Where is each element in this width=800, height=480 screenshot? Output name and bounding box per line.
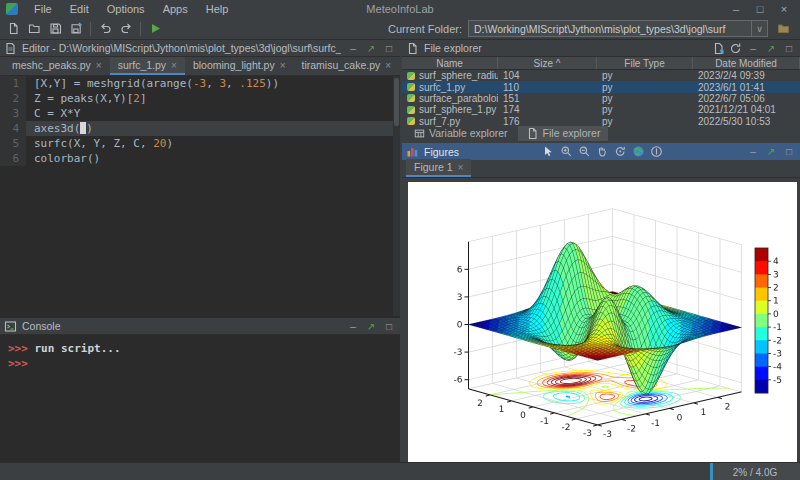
- file-row-surfc_1.py[interactable]: surfc_1.py110py2023/6/1 01:41: [402, 81, 800, 92]
- file-table-rows: surf_sphere_radius.py104py2023/2/4 09:39…: [402, 70, 800, 127]
- file-row-surf_sphere_1.py[interactable]: surf_sphere_1.py174py2021/12/21 04:01: [402, 104, 800, 115]
- editor-panel: Editor - D:\Working\MIScript\Jython\mis\…: [0, 40, 400, 316]
- editor-maximize-icon[interactable]: □: [382, 43, 396, 54]
- browse-folder-button[interactable]: [774, 20, 792, 38]
- code-line-3[interactable]: 3C = X*Y: [0, 106, 400, 121]
- console-maximize-icon[interactable]: □: [382, 321, 396, 332]
- file-explorer-tab-icon: [526, 127, 539, 140]
- open-folder-icon[interactable]: [25, 20, 43, 38]
- figures-tab-bar: Figure 1 ×: [402, 160, 800, 178]
- toolbar-icons: [0, 20, 168, 38]
- console-line: >>>: [8, 356, 400, 371]
- save-as-icon[interactable]: [67, 20, 85, 38]
- current-folder-value[interactable]: D:\Working\MIScript\Jython\mis\plot_type…: [469, 23, 751, 35]
- globe-icon[interactable]: [632, 145, 645, 158]
- memory-bar: [710, 463, 713, 480]
- zoom-in-icon[interactable]: [560, 145, 573, 158]
- code-editor[interactable]: 1[X,Y] = meshgrid(arange(-3, 3, .125))2Z…: [0, 76, 400, 316]
- editor-scrollbar[interactable]: [393, 76, 400, 316]
- menu-help[interactable]: Help: [198, 2, 237, 16]
- undo-icon[interactable]: [96, 20, 114, 38]
- console-output[interactable]: >>> run script...>>>: [0, 335, 400, 371]
- run-icon[interactable]: [146, 20, 164, 38]
- redo-icon[interactable]: [117, 20, 135, 38]
- editor-tab-meshc_peaks-py[interactable]: meshc_peaks.py×: [4, 57, 110, 75]
- code-line-6[interactable]: 6colorbar(): [0, 151, 400, 166]
- editor-tab-blooming_light-py[interactable]: blooming_light.py×: [185, 57, 294, 75]
- file-table-header[interactable]: NameSize ^File TypeDate Modified: [402, 57, 800, 70]
- tab-close-icon[interactable]: ×: [171, 60, 177, 71]
- tab-close-icon[interactable]: ×: [385, 60, 391, 71]
- code-line-1[interactable]: 1[X,Y] = meshgrid(arange(-3, 3, .125)): [0, 76, 400, 91]
- column-header-name[interactable]: Name: [402, 57, 498, 69]
- menu-bar: FileEditOptionsAppsHelp: [26, 2, 236, 16]
- file-explorer-maximize-icon[interactable]: □: [782, 43, 796, 54]
- line-number: 6: [0, 151, 26, 166]
- rotate-icon[interactable]: [614, 145, 627, 158]
- file-explorer-title: File explorer: [424, 42, 482, 54]
- line-number: 1: [0, 76, 26, 91]
- surfc-3d-plot[interactable]: [408, 182, 797, 462]
- line-number: 3: [0, 106, 26, 121]
- menu-apps[interactable]: Apps: [155, 2, 196, 16]
- current-folder-combo[interactable]: D:\Working\MIScript\Jython\mis\plot_type…: [468, 20, 768, 37]
- tab-figure-1[interactable]: Figure 1 ×: [406, 159, 471, 177]
- code-line-2[interactable]: 2Z = peaks(X,Y)[2]: [0, 91, 400, 106]
- code-line-5[interactable]: 5surfc(X, Y, Z, C, 20): [0, 136, 400, 151]
- app-logo-icon: [6, 3, 18, 15]
- file-row-surface_paraboloid.py[interactable]: surface_paraboloid.py151py2022/6/7 05:06: [402, 93, 800, 104]
- column-header-size[interactable]: Size ^: [498, 57, 597, 69]
- memory-indicator: 2% / 4.0G: [710, 463, 800, 480]
- editor-minimize-icon[interactable]: –: [346, 43, 360, 54]
- console-minimize-icon[interactable]: –: [346, 321, 360, 332]
- line-number: 2: [0, 91, 26, 106]
- window-close-button[interactable]: ×: [772, 3, 796, 15]
- figures-minimize-icon[interactable]: –: [746, 146, 760, 157]
- figures-toolbar: [542, 145, 663, 158]
- menu-edit[interactable]: Edit: [62, 2, 97, 16]
- window-minimize-button[interactable]: –: [724, 3, 748, 15]
- save-icon[interactable]: [46, 20, 64, 38]
- identify-icon[interactable]: [650, 145, 663, 158]
- editor-float-icon[interactable]: ↗: [364, 43, 378, 54]
- console-panel-header: Console – ↗ □: [0, 318, 400, 335]
- console-float-icon[interactable]: ↗: [364, 321, 378, 332]
- editor-tab-bar: meshc_peaks.py×surfc_1.py×blooming_light…: [0, 57, 400, 76]
- explorer-bottom-tabs: Variable explorerFile explorer: [402, 125, 608, 141]
- column-header-file-type[interactable]: File Type: [597, 57, 693, 69]
- tab-close-icon[interactable]: ×: [96, 60, 102, 71]
- menu-options[interactable]: Options: [99, 2, 153, 16]
- zoom-out-icon[interactable]: [578, 145, 591, 158]
- left-pane: Editor - D:\Working\MIScript\Jython\mis\…: [0, 40, 400, 462]
- tab-label: surfc_1.py: [118, 59, 166, 71]
- file-explorer-float-icon[interactable]: ↗: [764, 43, 778, 54]
- figures-maximize-icon[interactable]: □: [782, 146, 796, 157]
- editor-tab-tiramisu_cake-py[interactable]: tiramisu_cake.py×: [294, 57, 400, 75]
- figure-tab-close-icon[interactable]: ×: [458, 162, 464, 173]
- meteoinfolab-window: FileEditOptionsAppsHelp MeteoInfoLab – □…: [0, 0, 800, 480]
- editor-tab-surfc_1-py[interactable]: surfc_1.py×: [110, 57, 185, 75]
- bottom-tab-variable-explorer[interactable]: Variable explorer: [406, 126, 516, 140]
- select-arrow-icon[interactable]: [542, 145, 555, 158]
- code-line-4[interactable]: 4axes3d(): [0, 121, 400, 136]
- file-explorer-minimize-icon[interactable]: –: [746, 43, 760, 54]
- refresh-icon[interactable]: [729, 42, 742, 55]
- file-row-surf_sphere_radius.py[interactable]: surf_sphere_radius.py104py2023/2/4 09:39: [402, 70, 800, 81]
- bottom-tab-file-explorer[interactable]: File explorer: [518, 126, 609, 141]
- combo-dropdown-icon[interactable]: ∨: [751, 21, 767, 36]
- pan-hand-icon[interactable]: [596, 145, 609, 158]
- figures-float-icon[interactable]: ↗: [764, 146, 778, 157]
- figures-panel: Figures – ↗ □ Figure 1 ×: [402, 143, 800, 462]
- new-file-icon[interactable]: [4, 20, 22, 38]
- tab-label: tiramisu_cake.py: [302, 59, 381, 71]
- python-file-icon: [407, 83, 415, 91]
- menu-file[interactable]: File: [26, 2, 60, 16]
- memory-usage-text: 2% / 4.0G: [733, 467, 777, 478]
- console-icon: [4, 320, 17, 333]
- column-header-date-modified[interactable]: Date Modified: [693, 57, 800, 69]
- title-bar: FileEditOptionsAppsHelp MeteoInfoLab – □…: [0, 0, 800, 18]
- console-panel-title: Console: [22, 320, 61, 332]
- window-maximize-button[interactable]: □: [748, 3, 772, 15]
- tab-close-icon[interactable]: ×: [280, 60, 286, 71]
- new-file-icon[interactable]: [712, 42, 725, 55]
